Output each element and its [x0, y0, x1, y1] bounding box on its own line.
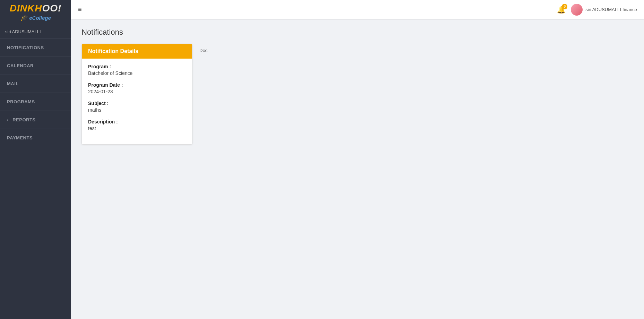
sidebar: DINKHOO! 🎓 eCollege siri ADUSUMALLI NOTI…	[0, 0, 71, 319]
subject-value: maths	[88, 107, 186, 113]
notification-card: Notification Details Program : Batchelor…	[81, 44, 192, 145]
content-area: Notifications Notification Details Progr…	[71, 19, 644, 319]
doc-area: Doc	[199, 44, 207, 145]
topbar: ≡ 🔔 0 siri ADUSUMALLI-finance	[71, 0, 644, 19]
sidebar-item-calendar[interactable]: CALENDAR	[0, 57, 71, 75]
sidebar-item-reports[interactable]: › REPORTS	[0, 111, 71, 129]
page-title: Notifications	[81, 28, 634, 37]
card-header: Notification Details	[82, 44, 192, 59]
program-date-value: 2024-01-23	[88, 89, 186, 94]
description-label: Description :	[88, 119, 186, 124]
sidebar-item-notifications[interactable]: NOTIFICATIONS	[0, 39, 71, 57]
program-label: Program :	[88, 64, 186, 69]
subject-row: Subject : maths	[88, 101, 186, 113]
logo-dinkhoo: DINKHOO!	[10, 3, 62, 13]
bell-badge: 0	[562, 4, 567, 9]
description-row: Description : test	[88, 119, 186, 131]
sidebar-item-mail[interactable]: MAIL	[0, 75, 71, 93]
card-body: Program : Batchelor of Science Program D…	[82, 59, 192, 144]
logo-ecollege: 🎓 eCollege	[20, 14, 51, 21]
cap-icon: 🎓	[20, 14, 28, 21]
user-label: siri ADUSUMALLI-finance	[585, 7, 637, 12]
sidebar-nav: NOTIFICATIONS CALENDAR MAIL PROGRAMS › R…	[0, 39, 71, 319]
program-date-label: Program Date :	[88, 82, 186, 88]
topbar-right: 🔔 0 siri ADUSUMALLI-finance	[557, 4, 637, 16]
doc-label: Doc	[199, 48, 207, 53]
hamburger-icon[interactable]: ≡	[78, 6, 82, 13]
subject-label: Subject :	[88, 101, 186, 106]
sidebar-user-name: siri ADUSUMALLI	[0, 25, 71, 39]
sidebar-item-programs[interactable]: PROGRAMS	[0, 93, 71, 111]
sidebar-item-payments[interactable]: PAYMENTS	[0, 129, 71, 147]
logo-area: DINKHOO! 🎓 eCollege	[0, 0, 71, 25]
topbar-left: ≡	[78, 6, 82, 13]
program-date-row: Program Date : 2024-01-23	[88, 82, 186, 94]
reports-arrow-icon: ›	[7, 118, 8, 122]
description-value: test	[88, 126, 186, 131]
user-info[interactable]: siri ADUSUMALLI-finance	[571, 4, 637, 16]
avatar	[571, 4, 583, 16]
content-layout: Notification Details Program : Batchelor…	[81, 44, 634, 145]
notification-bell[interactable]: 🔔 0	[557, 6, 566, 14]
program-row: Program : Batchelor of Science	[88, 64, 186, 76]
main-area: ≡ 🔔 0 siri ADUSUMALLI-finance Notificati…	[71, 0, 644, 319]
ecollege-label: eCollege	[29, 15, 51, 21]
program-value: Batchelor of Science	[88, 70, 186, 76]
